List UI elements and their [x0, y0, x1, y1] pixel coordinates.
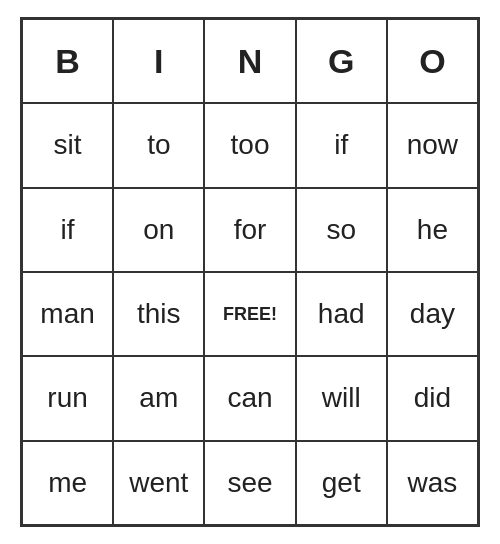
cell-3-0: run: [22, 356, 113, 440]
cell-4-3: get: [296, 441, 387, 525]
cell-2-0: man: [22, 272, 113, 356]
cell-4-4: was: [387, 441, 478, 525]
cell-1-1: on: [113, 188, 204, 272]
bingo-row-0: sittotooifnow: [22, 103, 478, 187]
cell-0-3: if: [296, 103, 387, 187]
bingo-header-row: BINGO: [22, 19, 478, 103]
cell-1-3: so: [296, 188, 387, 272]
cell-1-4: he: [387, 188, 478, 272]
cell-3-1: am: [113, 356, 204, 440]
cell-0-4: now: [387, 103, 478, 187]
cell-0-0: sit: [22, 103, 113, 187]
header-cell-G: G: [296, 19, 387, 103]
bingo-row-4: mewentseegetwas: [22, 441, 478, 525]
cell-1-2: for: [204, 188, 295, 272]
header-cell-I: I: [113, 19, 204, 103]
bingo-row-1: ifonforsohe: [22, 188, 478, 272]
cell-3-2: can: [204, 356, 295, 440]
cell-3-4: did: [387, 356, 478, 440]
bingo-row-2: manthisFREE!hadday: [22, 272, 478, 356]
header-cell-O: O: [387, 19, 478, 103]
cell-2-4: day: [387, 272, 478, 356]
cell-0-2: too: [204, 103, 295, 187]
cell-4-2: see: [204, 441, 295, 525]
cell-3-3: will: [296, 356, 387, 440]
bingo-row-3: runamcanwilldid: [22, 356, 478, 440]
cell-0-1: to: [113, 103, 204, 187]
cell-2-3: had: [296, 272, 387, 356]
cell-2-2: FREE!: [204, 272, 295, 356]
cell-2-1: this: [113, 272, 204, 356]
header-cell-N: N: [204, 19, 295, 103]
header-cell-B: B: [22, 19, 113, 103]
cell-4-1: went: [113, 441, 204, 525]
cell-4-0: me: [22, 441, 113, 525]
bingo-card: BINGOsittotooifnowifonforsohemanthisFREE…: [20, 17, 480, 527]
cell-1-0: if: [22, 188, 113, 272]
